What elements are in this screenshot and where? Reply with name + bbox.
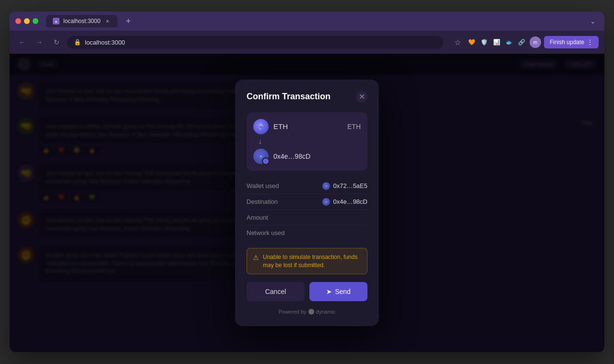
ext-chart-icon[interactable]: 📊 — [492, 37, 502, 47]
ext-arrow-icon[interactable]: 🐟 — [505, 37, 514, 47]
lock-icon: 🔒 — [74, 39, 81, 46]
to-address-row: 0x4e…98cD — [253, 149, 361, 164]
cancel-button[interactable]: Cancel — [247, 282, 305, 301]
warning-text: Unable to simulate transaction, funds ma… — [263, 253, 361, 270]
destination-label: Destination — [247, 198, 278, 205]
send-button[interactable]: ➤ Send — [309, 282, 367, 301]
wallet-used-value-container: 0x72…5aE5 — [322, 182, 367, 190]
send-label: Send — [335, 288, 351, 295]
new-tab-button[interactable]: + — [121, 14, 135, 28]
flow-arrow: ↓ — [258, 137, 361, 146]
destination-value: 0x4e…98cD — [333, 198, 367, 205]
back-button[interactable]: ← — [15, 35, 29, 49]
address-bar[interactable]: 🔒 localhost:3000 — [67, 36, 443, 49]
powered-by: Powered by dynamic — [247, 309, 367, 315]
modal-header: Confirm Transaction ✕ — [247, 91, 367, 103]
details-section: Wallet used 0x72…5aE5 — [247, 178, 367, 240]
modal-overlay: Confirm Transaction ✕ — [10, 54, 604, 352]
forward-button[interactable]: → — [33, 35, 46, 49]
modal-buttons: Cancel ➤ Send — [247, 282, 367, 301]
finish-update-chevron: ⋮ — [587, 39, 593, 46]
token-flow: ETH ETH ↓ 0x4e…98cD — [247, 112, 367, 171]
network-row: Network used — [247, 225, 367, 240]
address-text: localhost:3000 — [85, 39, 125, 46]
wallet-used-value: 0x72…5aE5 — [333, 182, 367, 189]
star-icon[interactable]: ☆ — [451, 35, 464, 49]
from-token-row: ETH ETH — [253, 119, 361, 134]
refresh-button[interactable]: ↻ — [50, 35, 63, 49]
destination-value-container: 0x4e…98cD — [322, 198, 367, 206]
wallet-used-row: Wallet used 0x72…5aE5 — [247, 178, 367, 194]
ext-flag-icon[interactable]: 🔗 — [517, 37, 527, 47]
destination-icon — [322, 198, 330, 206]
tab-favicon: ▲ — [53, 18, 59, 24]
network-label: Network used — [247, 229, 284, 236]
dynamic-icon — [308, 309, 314, 315]
title-bar: ▲ localhost:3000 ✕ + ⌄ — [10, 12, 604, 31]
dest-token-icon — [253, 149, 269, 164]
main-content: Trust • Not trusted • 103 LRT 🤜 Just fin… — [10, 54, 604, 352]
destination-row: Destination 0x4e…98cD — [247, 194, 367, 210]
modal-close-button[interactable]: ✕ — [356, 91, 367, 103]
warning-icon: ⚠ — [253, 254, 259, 261]
from-token-symbol: ETH — [347, 123, 361, 130]
modal-title: Confirm Transaction — [247, 92, 331, 102]
browser-tab[interactable]: ▲ localhost:3000 ✕ — [46, 15, 118, 27]
browser-window: ▲ localhost:3000 ✕ + ⌄ ← → ↻ 🔒 localhost… — [10, 12, 604, 352]
maximize-traffic-light[interactable] — [33, 18, 38, 24]
close-traffic-light[interactable] — [15, 18, 21, 24]
powered-by-brand: dynamic — [316, 309, 336, 315]
wallet-used-label: Wallet used — [247, 182, 279, 189]
confirm-transaction-modal: Confirm Transaction ✕ — [235, 80, 379, 327]
nav-bar: ← → ↻ 🔒 localhost:3000 ☆ 🧡 🛡️ 📊 🐟 🔗 m Fi… — [10, 31, 604, 54]
eth-token-icon — [253, 119, 269, 134]
send-icon: ➤ — [326, 288, 332, 295]
to-address-name: 0x4e…98cD — [273, 153, 361, 160]
finish-update-label: Finish update — [550, 39, 584, 46]
ext-puzzle-icon[interactable]: 🛡️ — [480, 37, 489, 47]
powered-by-text: Powered by — [278, 309, 306, 315]
traffic-lights — [15, 18, 38, 24]
user-avatar[interactable]: m — [530, 36, 541, 48]
browser-actions: ☆ 🧡 🛡️ 📊 🐟 🔗 m Finish update ⋮ — [451, 35, 599, 49]
tab-close-button[interactable]: ✕ — [104, 18, 111, 24]
finish-update-button[interactable]: Finish update ⋮ — [544, 36, 599, 48]
tab-label: localhost:3000 — [63, 18, 100, 24]
minimize-traffic-light[interactable] — [24, 18, 30, 24]
amount-label: Amount — [247, 214, 268, 221]
from-token-name: ETH — [273, 122, 342, 130]
warning-box: ⚠ Unable to simulate transaction, funds … — [247, 248, 367, 275]
amount-row: Amount — [247, 210, 367, 225]
ext-emoji-icon[interactable]: 🧡 — [467, 37, 477, 47]
window-chevron[interactable]: ⌄ — [587, 15, 599, 27]
wallet-icon — [322, 182, 330, 190]
